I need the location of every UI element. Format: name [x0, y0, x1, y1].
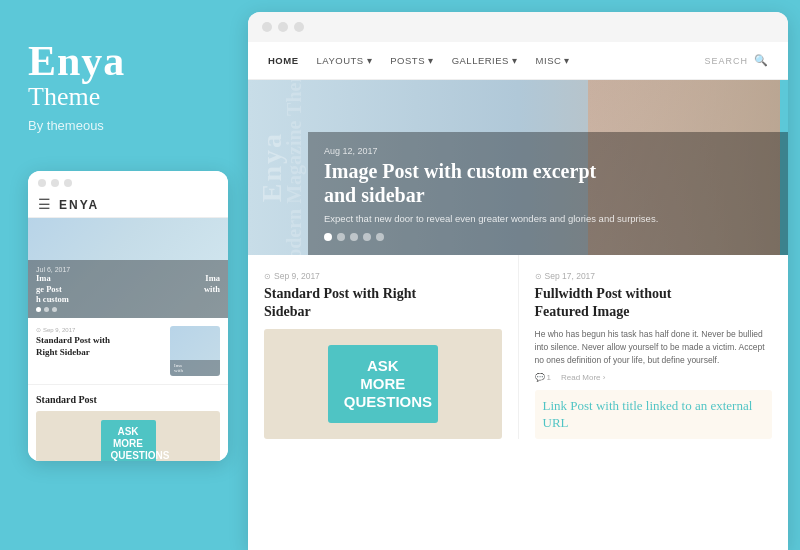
read-more-link[interactable]: Read More › — [561, 373, 605, 382]
mobile-dot-2 — [51, 179, 59, 187]
mobile-ask-line1: ASK MORE — [113, 426, 143, 449]
mobile-hero: Jul 6, 2017 Image Posth custom Imawith — [28, 218, 228, 318]
right-post-title: Fullwidth Post without Featured Image — [535, 285, 773, 321]
mobile-bottom-card-title: Standard Post — [36, 393, 220, 406]
brand-by: By themeous — [28, 118, 224, 133]
site-main-content: ⊙ Sep 9, 2017 Standard Post with Right S… — [248, 255, 788, 439]
link-post-card: Link Post with title linked to an extern… — [535, 390, 773, 440]
left-post-image: ASK MORE QUESTIONS — [264, 329, 502, 439]
clock-icon: ⊙ — [36, 326, 41, 333]
hero-excerpt: Expect that new door to reveal even grea… — [324, 212, 772, 225]
browser-mockup: HOME LAYOUTS ▾ POSTS ▾ GALLERIES ▾ MISC … — [248, 12, 788, 550]
mobile-hero-title-right: Imawith — [204, 273, 220, 293]
search-icon[interactable]: 🔍 — [754, 54, 768, 67]
nav-search-area: SEARCH 🔍 — [704, 54, 768, 67]
right-post-date: ⊙ Sep 17, 2017 — [535, 271, 773, 281]
hero-title: Image Post with custom excerpt and sideb… — [324, 159, 772, 207]
hero-vertical-tagline-area: Modern Magazine Theme — [283, 80, 306, 255]
clock-icon-left: ⊙ — [264, 272, 271, 281]
brand-subtitle: Theme — [28, 82, 224, 112]
mobile-dot-3 — [64, 179, 72, 187]
left-post-title: Standard Post with Right Sidebar — [264, 285, 502, 321]
mobile-second-card-image: Imawith — [170, 326, 220, 376]
hero-dot-4[interactable] — [363, 233, 371, 241]
comment-icon: 💬 — [535, 373, 545, 382]
nav-layouts[interactable]: LAYOUTS ▾ — [317, 55, 373, 66]
hero-date: Aug 12, 2017 — [324, 146, 772, 156]
mobile-second-card-title: Standard Post with Right Sidebar — [36, 335, 164, 358]
post-meta-row: 💬 1 Read More › — [535, 373, 773, 382]
browser-content: HOME LAYOUTS ▾ POSTS ▾ GALLERIES ▾ MISC … — [248, 42, 788, 550]
mobile-bottom-card-image: ASK MORE QUESTIONS — [36, 411, 220, 461]
mobile-hero-title-left: Image Posth custom — [36, 273, 69, 304]
hero-dot-1[interactable] — [324, 233, 332, 241]
browser-dot-2 — [278, 22, 288, 32]
mobile-nav-logo: ENYA — [59, 198, 99, 212]
nav-home[interactable]: HOME — [268, 55, 299, 66]
mobile-hero-overlay: Jul 6, 2017 Image Posth custom Imawith — [28, 260, 228, 318]
mobile-mockup: ☰ ENYA Jul 6, 2017 Image Posth custom Im… — [28, 171, 228, 461]
site-nav: HOME LAYOUTS ▾ POSTS ▾ GALLERIES ▾ MISC … — [248, 42, 788, 80]
clock-icon-right: ⊙ — [535, 272, 542, 281]
mobile-hero-dot-3 — [52, 307, 57, 312]
site-right-column: ⊙ Sep 17, 2017 Fullwidth Post without Fe… — [519, 255, 789, 439]
link-post-title: Link Post with title linked to an extern… — [543, 398, 765, 432]
mobile-dot-1 — [38, 179, 46, 187]
browser-dot-3 — [294, 22, 304, 32]
hamburger-icon: ☰ — [38, 196, 51, 213]
mobile-card-image-overlay: Imawith — [170, 360, 220, 376]
ask-more-sign-large: ASK MORE QUESTIONS — [328, 345, 438, 423]
mobile-second-card: ⊙ Sep 9, 2017 Standard Post with Right S… — [28, 318, 228, 385]
link-post-plain-text: Link Post — [543, 398, 593, 413]
mobile-hero-dot-2 — [44, 307, 49, 312]
browser-toolbar — [248, 12, 788, 42]
hero-dot-5[interactable] — [376, 233, 384, 241]
site-hero: Enya Modern Magazine Theme Aug 12, 2017 … — [248, 80, 788, 255]
nav-misc[interactable]: MISC ▾ — [536, 55, 570, 66]
brand-title: Enya — [28, 40, 224, 82]
left-post-date: ⊙ Sep 9, 2017 — [264, 271, 502, 281]
comment-count: 💬 1 — [535, 373, 551, 382]
mobile-second-card-date: ⊙ Sep 9, 2017 — [36, 326, 164, 333]
hero-dot-2[interactable] — [337, 233, 345, 241]
browser-dot-1 — [262, 22, 272, 32]
mobile-card-img-text: Imawith — [174, 363, 216, 373]
ask-line1: ASK MORE — [360, 357, 405, 392]
hero-content-overlay: Aug 12, 2017 Image Post with custom exce… — [308, 132, 788, 255]
hero-vertical-tagline: Modern Magazine Theme — [283, 80, 306, 255]
nav-galleries[interactable]: GALLERIES ▾ — [452, 55, 518, 66]
mobile-hero-dots-row — [36, 307, 220, 312]
nav-posts[interactable]: POSTS ▾ — [390, 55, 433, 66]
mobile-nav: ☰ ENYA — [28, 192, 228, 218]
site-left-column: ⊙ Sep 9, 2017 Standard Post with Right S… — [248, 255, 519, 439]
hero-dot-3[interactable] — [350, 233, 358, 241]
right-post-body: He who has begun his task has half done … — [535, 328, 773, 366]
left-panel: Enya Theme By themeous ☰ ENYA Jul 6, 201… — [0, 0, 248, 550]
mobile-hero-date: Jul 6, 2017 — [36, 266, 220, 273]
mobile-ask-more-sign: ASK MORE QUESTIONS — [101, 420, 156, 462]
hero-carousel-dots — [324, 233, 772, 241]
ask-line2: QUESTIONS — [344, 393, 432, 410]
mobile-window-dots — [28, 171, 228, 192]
mobile-hero-dot-active — [36, 307, 41, 312]
mobile-ask-line2: QUESTIONS — [111, 450, 170, 461]
mobile-bottom-card: Standard Post ASK MORE QUESTIONS — [28, 385, 228, 461]
mobile-second-card-text: ⊙ Sep 9, 2017 Standard Post with Right S… — [36, 326, 164, 376]
search-label: SEARCH — [704, 56, 748, 66]
